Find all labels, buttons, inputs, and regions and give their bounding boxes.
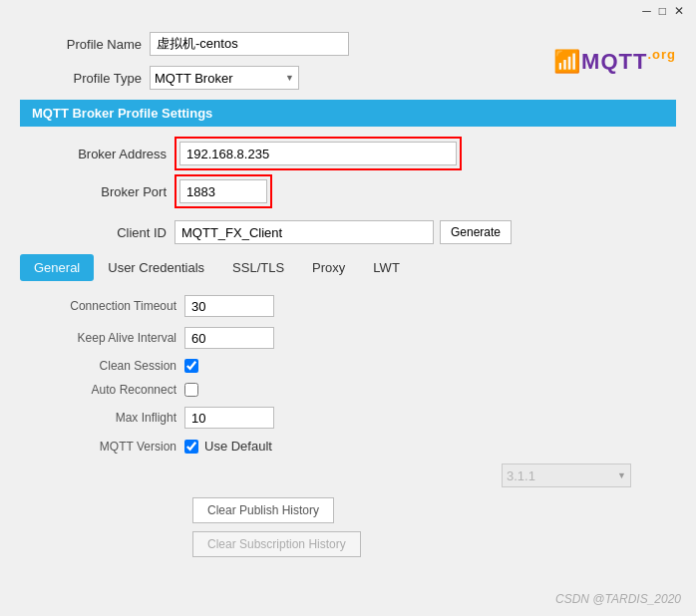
profile-name-label: Profile Name (20, 37, 150, 52)
content-area: Profile Name Profile Type MQTT Broker 📶M… (0, 22, 696, 567)
broker-port-row: Broker Port (20, 174, 676, 208)
client-id-row: Client ID Generate (20, 220, 676, 244)
keep-alive-row: Keep Alive Interval (30, 327, 666, 349)
broker-port-outline (174, 174, 272, 208)
tab-lwt[interactable]: LWT (359, 254, 413, 281)
version-select: 3.1.1 (502, 463, 631, 487)
clear-publish-row: Clear Publish History (192, 497, 666, 523)
mqtt-logo: 📶MQTT.org (553, 45, 676, 76)
version-select-row: 3.1.1 (192, 463, 666, 487)
mqtt-version-row: MQTT Version Use Default (30, 439, 666, 454)
clean-session-checkbox[interactable] (184, 359, 198, 373)
clean-session-row: Clean Session (30, 359, 666, 373)
broker-port-label: Broker Port (20, 184, 174, 199)
profile-type-row: Profile Type MQTT Broker 📶MQTT.org (20, 66, 676, 90)
connection-timeout-input[interactable] (184, 295, 274, 317)
profile-type-label: Profile Type (20, 71, 150, 86)
max-inflight-label: Max Inflight (30, 411, 184, 425)
generate-button[interactable]: Generate (440, 220, 512, 244)
broker-address-outline (174, 137, 462, 170)
clear-subscription-button[interactable]: Clear Subscription History (192, 531, 361, 557)
clean-session-label: Clean Session (30, 359, 184, 373)
broker-address-label: Broker Address (20, 147, 174, 161)
close-button[interactable]: ✕ (670, 4, 688, 18)
max-inflight-row: Max Inflight (30, 407, 666, 429)
mqtt-version-label: MQTT Version (30, 440, 184, 454)
connection-timeout-label: Connection Timeout (30, 299, 184, 313)
use-default-label: Use Default (204, 439, 272, 454)
tab-bar: General User Credentials SSL/TLS Proxy L… (20, 254, 676, 281)
max-inflight-input[interactable] (184, 407, 274, 429)
broker-port-input[interactable] (179, 179, 267, 203)
broker-fields-section: Broker Address Broker Port (20, 137, 676, 212)
tab-ssl-tls[interactable]: SSL/TLS (218, 254, 298, 281)
tab-general[interactable]: General (20, 254, 94, 281)
watermark: CSDN @TARDIS_2020 (555, 592, 681, 606)
keep-alive-label: Keep Alive Interval (30, 331, 184, 345)
tab-user-credentials[interactable]: User Credentials (94, 254, 218, 281)
auto-reconnect-label: Auto Reconnect (30, 383, 184, 397)
maximize-button[interactable]: □ (655, 4, 670, 18)
auto-reconnect-checkbox[interactable] (184, 383, 198, 397)
mqtt-version-checkbox[interactable] (184, 440, 198, 454)
version-select-wrapper: 3.1.1 (347, 463, 631, 487)
broker-address-input[interactable] (179, 142, 457, 165)
auto-reconnect-row: Auto Reconnect (30, 383, 666, 397)
general-settings: Connection Timeout Keep Alive Interval C… (20, 295, 676, 557)
profile-name-input[interactable] (150, 32, 349, 56)
main-window: ─ □ ✕ Profile Name Profile Type MQTT Bro… (0, 0, 696, 616)
minimize-button[interactable]: ─ (638, 4, 655, 18)
title-bar: ─ □ ✕ (0, 0, 696, 22)
clear-subscription-row: Clear Subscription History (192, 531, 666, 557)
profile-type-select-wrapper: MQTT Broker (150, 66, 299, 90)
tab-proxy[interactable]: Proxy (298, 254, 359, 281)
clear-publish-button[interactable]: Clear Publish History (192, 497, 334, 523)
connection-timeout-row: Connection Timeout (30, 295, 666, 317)
profile-type-select[interactable]: MQTT Broker (150, 66, 299, 90)
section-header: MQTT Broker Profile Settings (20, 100, 676, 127)
client-id-label: Client ID (20, 225, 174, 240)
broker-address-row: Broker Address (20, 137, 676, 170)
client-id-input[interactable] (174, 220, 434, 244)
keep-alive-input[interactable] (184, 327, 274, 349)
